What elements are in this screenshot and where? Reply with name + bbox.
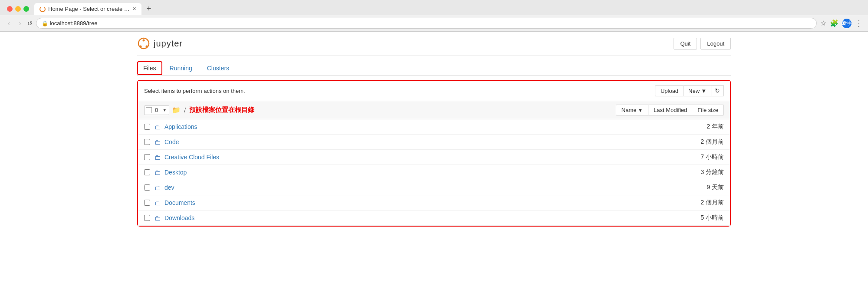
jupyter-logo-icon	[137, 37, 150, 50]
file-modified: 5 小時前	[672, 214, 724, 222]
table-row: 🗀 Documents 2 個月前	[138, 195, 730, 211]
file-name[interactable]: dev	[164, 184, 672, 191]
sort-name-arrow: ▼	[638, 108, 643, 113]
file-name[interactable]: Creative Cloud Files	[164, 154, 672, 161]
browser-toolbar: ☆ 🧩 新手 ⋮	[820, 19, 863, 28]
file-modified: 2 個月前	[672, 138, 724, 146]
file-checkbox[interactable]	[144, 154, 150, 160]
table-row: 🗀 Downloads 5 小時前	[138, 211, 730, 226]
user-badge[interactable]: 新手	[842, 19, 852, 28]
new-tab-button[interactable]: +	[143, 3, 155, 15]
folder-icon: 🗀	[155, 169, 161, 176]
table-row: 🗀 Creative Cloud Files 7 小時前	[138, 150, 730, 165]
tab-clusters[interactable]: Clusters	[200, 61, 237, 76]
breadcrumb-slash: /	[184, 107, 186, 114]
file-name[interactable]: Desktop	[164, 169, 672, 176]
action-bar: Select items to perform actions on them.…	[138, 81, 730, 101]
active-tab[interactable]: Home Page - Select or create … ✕	[34, 3, 141, 15]
table-row: 🗀 dev 9 天前	[138, 180, 730, 195]
logo-text: jupyter	[154, 39, 183, 49]
url-display: localhost:8889/tree	[50, 20, 98, 26]
jupyter-header: jupyter Quit Logout	[137, 32, 731, 56]
address-bar: ‹ › ↺ 🔒 localhost:8889/tree ☆ 🧩 新手 ⋮	[0, 15, 868, 31]
bookmark-button[interactable]: ☆	[820, 19, 826, 27]
file-checkbox[interactable]	[144, 169, 150, 175]
tab-spinner-icon	[39, 6, 46, 12]
file-name[interactable]: Downloads	[164, 214, 672, 221]
folder-icon: 🗀	[155, 138, 161, 146]
sort-name-button[interactable]: Name ▼	[616, 105, 648, 115]
folder-icon: 🗀	[155, 214, 161, 222]
file-modified: 7 小時前	[672, 153, 724, 161]
table-row: 🗀 Applications 2 年前	[138, 119, 730, 135]
window-controls	[3, 6, 33, 12]
file-checkbox[interactable]	[144, 200, 150, 206]
table-row: 🗀 Desktop 3 分鐘前	[138, 165, 730, 180]
upload-button[interactable]: Upload	[655, 86, 684, 96]
sort-buttons: Name ▼ Last Modified File size	[616, 105, 724, 115]
folder-icon: 🗀	[155, 184, 161, 191]
header-buttons: Quit Logout	[674, 38, 731, 49]
folder-icon: 🗀	[155, 154, 161, 161]
lock-icon: 🔒	[42, 20, 48, 26]
selected-count: 0	[153, 106, 160, 114]
file-checkbox[interactable]	[144, 215, 150, 221]
file-modified: 2 年前	[672, 123, 724, 131]
file-modified: 9 天前	[672, 184, 724, 191]
close-window-button[interactable]	[7, 6, 13, 12]
refresh-button[interactable]: ↻	[711, 85, 724, 96]
file-name[interactable]: Code	[164, 138, 672, 145]
files-main-section: Select items to perform actions on them.…	[137, 80, 731, 227]
address-input-container[interactable]: 🔒 localhost:8889/tree	[36, 18, 817, 29]
sort-file-size-button[interactable]: File size	[692, 105, 724, 115]
extensions-button[interactable]: 🧩	[830, 19, 838, 27]
sort-last-modified-button[interactable]: Last Modified	[648, 105, 692, 115]
breadcrumb-bar: 0 ▼ 📁 / 預設檔案位置在根目錄 Name ▼ Last Modified …	[138, 101, 730, 119]
svg-point-2	[140, 46, 142, 48]
logout-button[interactable]: Logout	[700, 38, 731, 49]
file-modified: 2 個月前	[672, 199, 724, 207]
file-name[interactable]: Documents	[164, 199, 672, 206]
tab-running[interactable]: Running	[162, 61, 200, 76]
action-bar-text: Select items to perform actions on them.	[144, 88, 245, 94]
table-row: 🗀 Code 2 個月前	[138, 135, 730, 150]
root-path-label: 預設檔案位置在根目錄	[189, 106, 254, 114]
file-checkbox[interactable]	[144, 124, 150, 130]
file-checkbox[interactable]	[144, 184, 150, 191]
folder-icon: 🗀	[155, 199, 161, 207]
back-button[interactable]: ‹	[5, 19, 13, 28]
action-bar-buttons: Upload New ▼ ↻	[655, 85, 724, 96]
select-all-control: 0 ▼	[144, 105, 169, 115]
more-options-button[interactable]: ⋮	[855, 19, 863, 28]
file-name[interactable]: Applications	[164, 123, 672, 130]
quit-button[interactable]: Quit	[674, 38, 697, 49]
maximize-window-button[interactable]	[23, 6, 29, 12]
jupyter-logo: jupyter	[137, 37, 183, 50]
svg-point-3	[146, 46, 148, 48]
tab-files[interactable]: Files	[137, 61, 162, 75]
folder-icon: 📁	[172, 106, 181, 114]
folder-icon: 🗀	[155, 123, 161, 131]
file-modified: 3 分鐘前	[672, 168, 724, 176]
select-all-checkbox[interactable]	[146, 107, 152, 113]
tab-title: Home Page - Select or create …	[48, 6, 130, 12]
file-list: 🗀 Applications 2 年前 🗀 Code 2 個月前 🗀 Creat…	[138, 119, 730, 226]
tabs-row: Files Running Clusters	[137, 56, 731, 76]
select-dropdown-arrow[interactable]: ▼	[160, 106, 169, 114]
tab-close-button[interactable]: ✕	[132, 6, 136, 12]
breadcrumb-left: 0 ▼ 📁 / 預設檔案位置在根目錄	[144, 105, 254, 115]
minimize-window-button[interactable]	[15, 6, 21, 12]
new-dropdown-arrow: ▼	[701, 88, 707, 94]
file-checkbox[interactable]	[144, 139, 150, 145]
forward-button[interactable]: ›	[16, 19, 23, 28]
svg-point-1	[143, 39, 145, 42]
reload-button[interactable]: ↺	[27, 20, 33, 27]
new-button[interactable]: New ▼	[684, 86, 711, 96]
